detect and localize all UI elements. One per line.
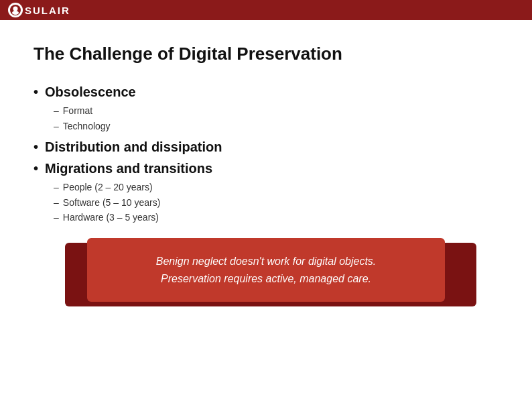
sub-item-format: – Format xyxy=(54,105,498,118)
callout-text: Benign neglect doesn't work for digital … xyxy=(107,253,425,287)
bullet-label-obsolescence: Obsolescence xyxy=(45,83,136,101)
svg-point-2 xyxy=(13,7,18,11)
sub-label-people: People (2 – 20 years) xyxy=(63,181,153,194)
bullet-item-migrations: • Migrations and transitions – People (2… xyxy=(34,160,498,225)
slide-content: The Challenge of Digital Preservation • … xyxy=(0,20,532,319)
svg-point-3 xyxy=(12,11,19,15)
bullet-item-distribution: • Distribution and dissipation xyxy=(34,138,498,156)
callout-line2: Preservation requires active, managed ca… xyxy=(161,273,371,284)
sub-dash-format: – xyxy=(54,105,59,118)
sub-label-software: Software (5 – 10 years) xyxy=(63,196,161,210)
sub-item-people: – People (2 – 20 years) xyxy=(54,181,498,194)
bullet-dot-2: • xyxy=(34,138,38,156)
sub-label-hardware: Hardware (3 – 5 years) xyxy=(63,211,159,225)
bullet-label-migrations: Migrations and transitions xyxy=(45,160,212,177)
sub-dash-software: – xyxy=(54,196,59,210)
callout-line1: Benign neglect doesn't work for digital … xyxy=(156,255,377,267)
logo: SULAIR xyxy=(8,3,70,17)
sub-dash-hardware: – xyxy=(54,211,59,225)
sub-list-migrations: – People (2 – 20 years) – Software (5 – … xyxy=(54,181,498,225)
slide-title: The Challenge of Digital Preservation xyxy=(34,44,498,64)
bullet-dot-3: • xyxy=(34,160,38,177)
bullet-item-obsolescence: • Obsolescence – Format – Technology xyxy=(34,83,498,133)
sun-logo-icon xyxy=(8,3,23,17)
sub-dash-people: – xyxy=(54,181,59,194)
logo-lair: LAIR xyxy=(42,5,70,16)
bullet-dot-1: • xyxy=(34,83,38,101)
callout-container: Benign neglect doesn't work for digital … xyxy=(60,238,472,302)
header-bar: SULAIR xyxy=(0,0,532,20)
sub-item-software: – Software (5 – 10 years) xyxy=(54,196,498,210)
main-bullet-list: • Obsolescence – Format – Technology • D… xyxy=(34,83,498,225)
sub-label-format: Format xyxy=(63,105,92,118)
callout-box: Benign neglect doesn't work for digital … xyxy=(87,238,445,302)
sub-dash-technology: – xyxy=(54,120,59,133)
sub-label-technology: Technology xyxy=(63,120,111,133)
bullet-label-distribution: Distribution and dissipation xyxy=(45,138,222,156)
logo-su: SU xyxy=(25,5,42,16)
sub-item-hardware: – Hardware (3 – 5 years) xyxy=(54,211,498,225)
sub-list-obsolescence: – Format – Technology xyxy=(54,105,498,133)
sub-item-technology: – Technology xyxy=(54,120,498,133)
